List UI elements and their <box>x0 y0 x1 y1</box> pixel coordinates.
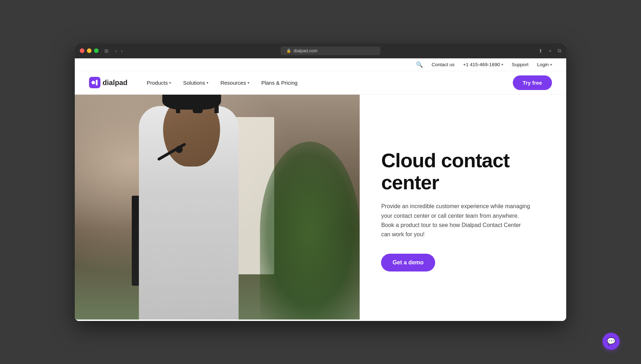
resources-chevron-icon: ▾ <box>247 81 249 85</box>
tabs-icon[interactable]: ⧉ <box>558 48 561 54</box>
solutions-chevron-icon: ▾ <box>207 81 208 85</box>
forward-button[interactable]: › <box>121 48 123 54</box>
browser-chrome: ⊞ ‹ › 🔒 dialpad.com ⬆ ＋ ⧉ <box>75 43 566 58</box>
browser-window: ⊞ ‹ › 🔒 dialpad.com ⬆ ＋ ⧉ 🔍 Contact us +… <box>75 43 566 321</box>
phone-chevron-icon: ▾ <box>501 63 503 67</box>
svg-rect-2 <box>96 80 98 85</box>
nav-links: Products ▾ Solutions ▾ Resources ▾ Plans… <box>142 77 513 89</box>
new-tab-icon[interactable]: ＋ <box>548 48 553 54</box>
traffic-light-green[interactable] <box>94 48 99 53</box>
share-icon[interactable]: ⬆ <box>538 48 543 54</box>
get-demo-button[interactable]: Get a demo <box>381 254 435 271</box>
hero-section: Cloud contact center Provide an incredib… <box>75 95 566 320</box>
headset-mic-tip <box>176 146 183 153</box>
browser-actions: ⬆ ＋ ⧉ <box>538 48 561 54</box>
website-content: 🔍 Contact us +1 415-469-1690 ▾ Support L… <box>75 58 566 321</box>
logo-text: dialpad <box>103 79 127 87</box>
nav-products[interactable]: Products ▾ <box>142 77 176 89</box>
contact-us-link[interactable]: Contact us <box>432 62 455 67</box>
hero-description: Provide an incredible customer experienc… <box>381 202 531 239</box>
svg-point-1 <box>92 81 95 84</box>
support-link[interactable]: Support <box>512 62 528 67</box>
main-navigation: dialpad Products ▾ Solutions ▾ Resources… <box>75 71 566 95</box>
sidebar-toggle[interactable]: ⊞ <box>104 48 109 54</box>
hero-content: Cloud contact center Provide an incredib… <box>360 95 566 320</box>
back-button[interactable]: ‹ <box>115 48 117 54</box>
nav-solutions[interactable]: Solutions ▾ <box>178 77 213 89</box>
search-icon[interactable]: 🔍 <box>416 61 423 68</box>
browser-nav: ‹ › <box>115 48 123 54</box>
login-chevron-icon: ▾ <box>550 63 552 67</box>
logo[interactable]: dialpad <box>89 77 127 88</box>
chat-widget-button[interactable]: 💬 <box>603 333 620 350</box>
try-free-button[interactable]: Try free <box>513 75 552 90</box>
phone-number[interactable]: +1 415-469-1690 ▾ <box>463 62 503 67</box>
person-figure <box>89 106 288 319</box>
hero-title: Cloud contact center <box>381 149 545 193</box>
login-button[interactable]: Login ▾ <box>537 62 552 67</box>
traffic-light-yellow[interactable] <box>87 48 92 53</box>
traffic-lights <box>80 48 99 53</box>
nav-pricing[interactable]: Plans & Pricing <box>256 77 303 89</box>
products-chevron-icon: ▾ <box>169 81 171 85</box>
logo-icon <box>89 77 100 88</box>
utility-bar: 🔍 Contact us +1 415-469-1690 ▾ Support L… <box>75 58 566 71</box>
address-bar[interactable]: 🔒 dialpad.com <box>281 47 380 55</box>
headset-earpiece <box>193 100 203 113</box>
lock-icon: 🔒 <box>286 48 291 53</box>
traffic-light-red[interactable] <box>80 48 84 53</box>
address-bar-container: 🔒 dialpad.com <box>126 47 535 55</box>
chat-bubble-icon: 💬 <box>607 337 616 345</box>
nav-resources[interactable]: Resources ▾ <box>215 77 254 89</box>
url-text: dialpad.com <box>293 48 317 53</box>
hero-image <box>75 95 360 320</box>
